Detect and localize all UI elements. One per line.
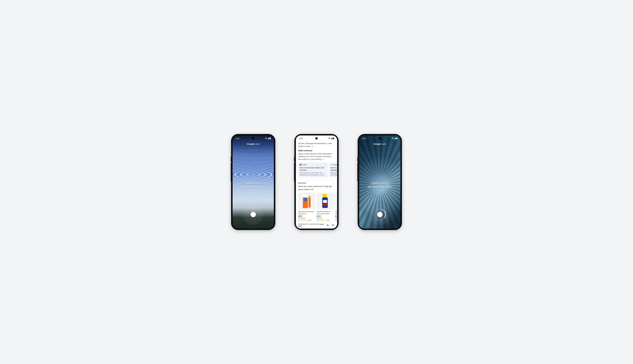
camera-hole [379, 137, 381, 140]
card-menu-icon[interactable]: ⋮ [325, 164, 327, 166]
product-rating: 4.4 [335, 219, 337, 221]
screen-left: 9:30 Google Lens Speak now to ask about … [233, 136, 274, 228]
ai-disclaimer-text: Generative AI is experimental. [298, 223, 320, 225]
sponsored-lead: Here are some products to help get grass… [296, 185, 337, 191]
product-rating: 4.5(9k+) [317, 219, 334, 221]
app-title: Google Lens [233, 143, 274, 145]
status-time: 9:30 [362, 137, 366, 140]
status-time: 9:30 [236, 137, 239, 140]
wifi-icon [328, 138, 330, 139]
section-title: Stain remover [296, 149, 337, 152]
camera-hole [315, 137, 318, 140]
record-button[interactable] [250, 212, 256, 217]
source-card[interactable]: ⋮DDUERHow to Get Grass Stains Out of Jea… [298, 162, 328, 178]
product-store: Walmart [317, 217, 334, 219]
thumbs-up-button[interactable] [326, 223, 330, 227]
citation-icon[interactable] [323, 158, 325, 160]
source-card[interactable]: ⋮MMaytagHow to Get G… MaytagHydrogen per… [329, 162, 337, 178]
phone-right: 9:30 Google Lens Speak now to ask about … [358, 134, 402, 230]
product-store: Albertsons [298, 217, 315, 219]
status-time: 9:30 [299, 137, 302, 140]
source-cards: ⋮DDUERHow to Get Grass Stains Out of Jea… [298, 162, 337, 178]
citation-icon[interactable] [311, 145, 314, 148]
screen-right: 9:30 Google Lens Speak now to ask about … [359, 136, 400, 228]
thumbs-down-button[interactable] [331, 223, 335, 227]
product-name: Oxiclean laundry & more stain remov… [317, 210, 334, 215]
product-price: $6.99 [298, 215, 315, 217]
product-store: Uli… [335, 217, 337, 219]
product-card[interactable]: Inc… Uli…$1.…Uli…4.4 [335, 192, 337, 221]
product-card[interactable]: Tide pen to go instant stain remo…$6.99A… [298, 192, 315, 221]
sponsored-label: Sponsored [298, 182, 306, 184]
status-icons [265, 138, 271, 139]
phone-left: 9:30 Google Lens Speak now to ask about … [231, 134, 275, 230]
voice-prompt: Speak now to ask about this image [233, 181, 274, 188]
voice-prompt: Speak now to ask about this video [359, 181, 400, 188]
product-carousel[interactable]: Tide pen to go instant stain remo…$6.99A… [298, 192, 337, 221]
product-image [317, 192, 334, 210]
status-icons [392, 138, 397, 139]
phone-middle: 9:30 minutes. Massage the detergent in, … [294, 134, 339, 230]
product-price: $3.25 [317, 215, 334, 217]
section-body: Apply a stain remover to the stain befor… [296, 152, 337, 161]
ai-disclaimer-bar: Generative AI is experimental. Learn mor… [296, 221, 337, 228]
product-name: Tide pen to go instant stain remo… [298, 210, 315, 215]
product-rating: 4.3(5k+) [298, 219, 315, 221]
tip-fragment: minutes. Massage the detergent in, then … [296, 142, 337, 148]
source-brand: MMaytag [331, 164, 337, 166]
battery-icon [396, 138, 397, 139]
signal-icon [394, 138, 396, 139]
signal-icon [331, 138, 333, 139]
product-image [298, 192, 315, 210]
source-snippet: Hydrogen peroxide with other ingredie… [331, 172, 337, 176]
screen-middle: 9:30 minutes. Massage the detergent in, … [296, 136, 337, 228]
record-button[interactable] [377, 212, 383, 217]
battery-icon [270, 138, 271, 139]
product-name: Inc… Uli… [335, 210, 337, 215]
wifi-icon [265, 138, 267, 139]
product-price: $1.… [335, 215, 337, 217]
app-title: Google Lens [359, 143, 400, 145]
battery-icon [333, 138, 334, 139]
status-icons [328, 138, 334, 139]
source-brand: DDUER [300, 164, 326, 166]
source-title: How to Get G… Maytag [331, 166, 337, 172]
overflow-menu-icon[interactable]: ⋮ [333, 182, 335, 184]
stage: 9:30 Google Lens Speak now to ask about … [0, 0, 633, 364]
product-card[interactable]: Oxiclean laundry & more stain remov…$3.2… [317, 192, 334, 221]
source-snippet: Soak the jeans in cold water. First, sub… [300, 172, 326, 176]
source-title: How to Get Grass Stains Out of Jeans [300, 166, 326, 172]
results-page[interactable]: minutes. Massage the detergent in, then … [296, 136, 337, 228]
signal-icon [267, 138, 269, 139]
wifi-icon [392, 138, 394, 139]
product-image [335, 192, 337, 210]
camera-hole [252, 137, 254, 140]
